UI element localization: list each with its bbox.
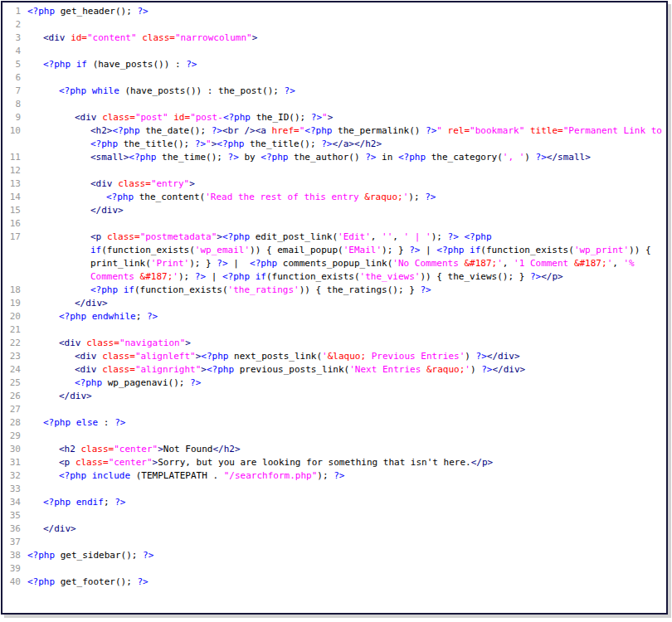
code-token-d: | <box>228 258 251 269</box>
code-token-tag: <div <box>90 178 118 189</box>
line-number: 12 <box>2 164 27 177</box>
line-code <box>27 509 666 522</box>
code-token-d <box>442 125 448 136</box>
line-number: 5 <box>2 58 27 71</box>
code-token-tag: </div> <box>487 351 520 362</box>
line-number: 30 <box>2 443 27 456</box>
code-line: 27 <box>2 403 666 416</box>
code-token-str: "Permanent Link to <box>563 125 668 136</box>
code-token-ent: &#187; <box>574 258 607 269</box>
code-token-php: <?php <box>113 125 146 136</box>
code-token-att: class= <box>107 231 140 242</box>
code-token-str: 'Edit' <box>338 231 371 242</box>
code-token-php: ?> <box>195 271 206 282</box>
code-token-att: title= <box>530 125 563 136</box>
code-line: 30<h2 class="center">Not Found</h2> <box>2 443 666 456</box>
code-line: 28<?php else : ?> <box>2 416 666 430</box>
code-token-tag: <div <box>59 338 86 348</box>
code-line: 11<small><?php the_time(); ?> by <?php t… <box>2 151 666 164</box>
code-token-d: (function_exists( <box>266 271 360 282</box>
code-token-str: "navigation" <box>119 338 185 348</box>
code-token-d: , <box>371 231 382 242</box>
line-code: <div class="alignleft"><?php next_posts_… <box>27 350 666 363</box>
line-code <box>27 18 666 32</box>
line-number: 31 <box>2 456 27 469</box>
code-token-str: 'EMail' <box>343 245 382 255</box>
line-number: 22 <box>2 337 27 350</box>
code-token-php: <?php <box>43 417 76 428</box>
code-token-att: class= <box>86 338 119 348</box>
code-token-php: <?php <box>398 152 431 163</box>
code-token-tag: <p <box>59 457 75 468</box>
code-token-d: Not Found <box>163 444 213 454</box>
code-line: 14<?php the_content('Read the rest of th… <box>2 191 666 204</box>
code-token-php: <?php <box>222 271 256 282</box>
code-token-d: get_header(); <box>61 6 138 17</box>
code-token-d: (function_exists( <box>101 245 195 255</box>
code-line: 38<?php get_sidebar(); ?> <box>2 549 666 562</box>
code-listing: 1<?php get_header(); ?>23<div id="conten… <box>2 2 666 589</box>
code-token-str: 'No Comments <box>392 258 464 269</box>
code-line: 22<div class="navigation"> <box>2 337 666 350</box>
code-token-ent: &raquo; <box>426 364 465 375</box>
code-token-kw: if <box>124 284 134 295</box>
code-token-d: ) <box>465 351 475 362</box>
code-token-php: ?> <box>285 85 295 96</box>
code-token-d: (TEMPLATEPATH . <box>130 470 224 481</box>
line-number: 2 <box>2 18 27 32</box>
code-token-str: 'the_views' <box>360 271 421 282</box>
code-token-kw: if <box>470 245 480 255</box>
code-token-php: ?> <box>321 138 332 149</box>
code-token-php: <?php <box>106 192 139 202</box>
code-token-d: the_title(); <box>124 138 195 149</box>
line-number: 29 <box>2 430 27 443</box>
code-token-php: ?> <box>530 271 541 282</box>
code-token-kw: endwhile <box>92 311 136 322</box>
code-token-str: "narrowcolumn" <box>175 32 252 43</box>
line-number: 13 <box>2 177 27 191</box>
code-token-tag: <small> <box>90 152 129 163</box>
line-number: 25 <box>2 377 27 390</box>
code-token-d: comments_popup_link( <box>283 258 392 269</box>
code-line: 8 <box>2 98 666 111</box>
code-token-kw: include <box>92 470 130 481</box>
code-line: 40<?php get_footer(); ?> <box>2 576 666 589</box>
code-token-d: Sorry, but you are looking for something… <box>158 457 471 468</box>
line-code: <?php the_content('Read the rest of this… <box>27 191 666 204</box>
code-token-tag: </div> <box>75 298 108 309</box>
line-code: <?php get_sidebar(); ?> <box>27 549 666 562</box>
line-code <box>27 483 666 496</box>
code-token-php: ?> <box>190 377 201 388</box>
code-token-php: ?> <box>137 576 148 587</box>
code-token-php: ?> <box>481 364 492 375</box>
code-token-tag: > <box>328 112 334 123</box>
code-token-att: id= <box>173 112 190 123</box>
code-token-tag: <div <box>75 351 102 362</box>
code-token-str: " <box>322 112 328 123</box>
code-token-ent: &laquo; <box>328 351 366 362</box>
code-token-tag: > <box>252 32 258 43</box>
code-token-str: "content" <box>87 32 137 43</box>
code-line: 31<p class="center">Sorry, but you are l… <box>2 456 666 469</box>
line-number: 8 <box>2 98 27 111</box>
code-token-str: ' <box>322 351 328 362</box>
line-code: <div class="alignright"><?php previous_p… <box>27 363 666 377</box>
line-code: <div class="post" id="post-<?php the_ID(… <box>27 111 666 124</box>
code-line: 3<div id="content" class="narrowcolumn"> <box>2 32 666 45</box>
line-code: <?php get_header(); ?> <box>27 5 666 18</box>
line-code: <?php get_footer(); ?> <box>27 576 666 589</box>
code-token-php: <?php <box>75 377 108 388</box>
code-token-att: id= <box>71 32 87 43</box>
code-token-php: ?> <box>143 550 153 561</box>
code-line: 15</div> <box>2 204 666 217</box>
code-token-tag: <a <box>256 125 272 136</box>
line-code: <p class="postmetadata"><?php edit_post_… <box>27 231 666 284</box>
code-token-tag: </div> <box>90 205 124 216</box>
code-token-tag: <h2 <box>59 444 81 454</box>
code-token-d: (function_exists( <box>480 245 574 255</box>
code-line: 7<?php while (have_posts()) : the_post()… <box>2 85 666 98</box>
code-token-str: '1 Comment <box>514 258 574 269</box>
code-token-d: the_time(); <box>162 152 227 163</box>
code-token-d: , <box>612 258 623 269</box>
code-token-str: ' <box>465 364 470 375</box>
